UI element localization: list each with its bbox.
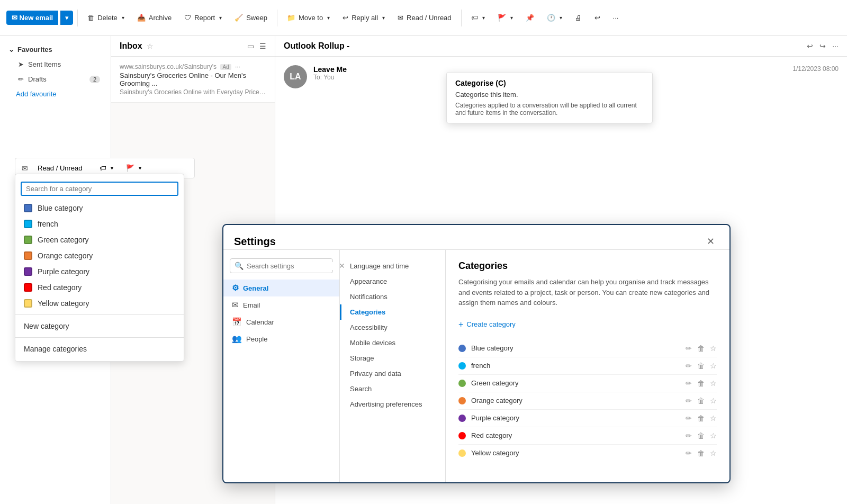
settings-close-button[interactable]: ✕: [702, 233, 719, 249]
sweep-button[interactable]: 🧹 Sweep: [229, 11, 273, 25]
cat-color-dot-2: [458, 380, 466, 387]
read-unread-button[interactable]: ✉ Read / Unread: [392, 11, 457, 25]
history-button[interactable]: 🕐 ▾: [542, 11, 567, 25]
category-item-0[interactable]: Blue category: [15, 200, 184, 216]
category-item-1[interactable]: french: [15, 216, 184, 232]
settings-search-input[interactable]: [247, 262, 336, 270]
category-list: Blue categoryfrenchGreen categoryOrange …: [15, 200, 184, 311]
cat-star-icon-5[interactable]: ☆: [710, 431, 717, 440]
settings-page-desc: Categorising your emails and calendar ca…: [458, 277, 717, 308]
print-button[interactable]: 🖨: [570, 11, 587, 25]
cat-edit-icon-5[interactable]: ✏: [686, 431, 692, 440]
category-item-4[interactable]: Purple category: [15, 264, 184, 280]
reply-all-button[interactable]: ↩ Reply all ▾: [337, 11, 390, 25]
cat-delete-icon-0[interactable]: 🗑: [697, 344, 705, 353]
email-item[interactable]: www.sainsburys.co.uk/Sainsbury's Ad ··· …: [111, 57, 275, 103]
categorise-tooltip: Categorise (C) Categorise this item. Cat…: [446, 72, 653, 123]
main-layout: ⌄ Favourites ➤ Sent Items ✏ Drafts 2 Add…: [0, 36, 847, 504]
report-button[interactable]: 🛡 Report ▾: [179, 11, 227, 25]
settings-left-nav-item-people[interactable]: 👥People: [223, 330, 339, 347]
category-item-2[interactable]: Green category: [15, 232, 184, 248]
reading-pane-title: Outlook Rollup -: [284, 41, 349, 51]
new-category-item[interactable]: New category: [15, 318, 184, 334]
pin-button[interactable]: 📌: [520, 11, 539, 25]
tag-icon: 🏷: [471, 14, 478, 22]
undo-icon: ↩: [594, 14, 600, 22]
cat-name-6: Yellow category: [471, 449, 680, 457]
more-icon-rp[interactable]: ···: [832, 42, 839, 50]
settings-middle-item-privacy-and-data[interactable]: Privacy and data: [340, 366, 445, 381]
new-email-caret[interactable]: ▾: [60, 11, 73, 25]
history-icon: 🕐: [547, 14, 555, 22]
cat-delete-icon-5[interactable]: 🗑: [697, 431, 705, 440]
add-favourite-link[interactable]: Add favourite: [0, 87, 111, 101]
manage-categories-item[interactable]: Manage categories: [15, 341, 184, 357]
cat-delete-icon-1[interactable]: 🗑: [697, 362, 705, 370]
read-unread-toggle[interactable]: Read / Unread: [32, 161, 88, 175]
tag-btn-bar[interactable]: 🏷 ▾: [94, 161, 119, 175]
sidebar-item-drafts[interactable]: ✏ Drafts 2: [2, 72, 109, 86]
settings-middle-item-notifications[interactable]: Notifications: [340, 289, 445, 304]
cat-star-icon-3[interactable]: ☆: [710, 397, 717, 405]
cat-edit-icon-0[interactable]: ✏: [686, 344, 692, 353]
tag-button[interactable]: 🏷 ▾: [466, 11, 490, 25]
cat-delete-icon-3[interactable]: 🗑: [697, 397, 705, 405]
cat-delete-icon-4[interactable]: 🗑: [697, 414, 705, 422]
settings-middle-item-appearance[interactable]: Appearance: [340, 274, 445, 289]
cat-star-icon-1[interactable]: ☆: [710, 362, 717, 370]
category-search-input[interactable]: [26, 185, 173, 193]
inbox-header: Inbox ☆ ▭ ☰: [111, 36, 275, 57]
new-email-button[interactable]: ✉ New email: [6, 11, 58, 25]
create-category-button[interactable]: + Create category: [458, 318, 717, 331]
settings-left-nav-item-calendar[interactable]: 📅Calendar: [223, 313, 339, 330]
cat-star-icon-6[interactable]: ☆: [710, 449, 717, 457]
undo-button[interactable]: ↩: [589, 11, 606, 25]
category-item-3[interactable]: Orange category: [15, 248, 184, 264]
move-to-icon: 📁: [287, 14, 295, 22]
settings-middle-item-storage[interactable]: Storage: [340, 350, 445, 366]
more-options-button[interactable]: ···: [608, 11, 624, 25]
category-item-6[interactable]: Yellow category: [15, 295, 184, 311]
archive-button[interactable]: 📥 Archive: [132, 11, 177, 25]
settings-middle-item-language-and-time[interactable]: Language and time: [340, 258, 445, 274]
settings-left-nav: 🔍 ✕ ⚙General✉Email📅Calendar👥People: [223, 250, 340, 482]
flag-button[interactable]: 🚩 ▾: [492, 11, 518, 25]
settings-title: Settings: [234, 236, 702, 248]
favourites-section[interactable]: ⌄ Favourites: [0, 42, 111, 57]
filter-icon[interactable]: ☰: [259, 42, 266, 50]
sidebar-item-sent[interactable]: ➤ Sent Items: [2, 57, 109, 71]
cat-edit-icon-4[interactable]: ✏: [686, 414, 692, 422]
view-toggle-icon[interactable]: ▭: [247, 42, 254, 50]
reply-icon-rp[interactable]: ↩: [807, 42, 813, 50]
cat-edit-icon-6[interactable]: ✏: [686, 449, 692, 457]
cat-star-icon-4[interactable]: ☆: [710, 414, 717, 422]
forward-icon-rp[interactable]: ↪: [819, 42, 826, 50]
cat-edit-icon-1[interactable]: ✏: [686, 362, 692, 370]
email-to: To: You: [313, 74, 347, 81]
settings-middle-item-categories[interactable]: Categories: [340, 304, 445, 320]
settings-cat-row-2: Green category✏🗑☆: [458, 375, 717, 392]
settings-middle-item-mobile-devices[interactable]: Mobile devices: [340, 335, 445, 350]
cat-star-icon-2[interactable]: ☆: [710, 379, 717, 388]
move-to-button[interactable]: 📁 Move to ▾: [282, 11, 335, 25]
category-item-5[interactable]: Red category: [15, 280, 184, 295]
flag-btn-bar[interactable]: 🚩 ▾: [121, 161, 147, 175]
delete-button[interactable]: 🗑 Delete ▾: [82, 11, 130, 25]
cat-actions-2: ✏🗑☆: [686, 379, 717, 388]
settings-left-nav-item-general[interactable]: ⚙General: [223, 280, 339, 296]
cat-star-icon-0[interactable]: ☆: [710, 344, 717, 353]
ellipsis-icon: ···: [235, 63, 240, 70]
new-category-label: New category: [24, 322, 69, 330]
cat-edit-icon-2[interactable]: ✏: [686, 379, 692, 388]
more-icon: ···: [613, 14, 619, 22]
settings-middle-item-advertising-preferences[interactable]: Advertising preferences: [340, 397, 445, 412]
settings-middle-item-search[interactable]: Search: [340, 381, 445, 397]
settings-left-nav-item-email[interactable]: ✉Email: [223, 296, 339, 313]
settings-middle-nav-items: Language and timeAppearanceNotifications…: [340, 258, 445, 412]
flag-bar-icon: 🚩: [126, 164, 134, 172]
cat-edit-icon-3[interactable]: ✏: [686, 397, 692, 405]
cat-delete-icon-2[interactable]: 🗑: [697, 379, 705, 388]
cat-delete-icon-6[interactable]: 🗑: [697, 449, 705, 457]
settings-middle-item-accessibility[interactable]: Accessibility: [340, 320, 445, 335]
star-icon: ☆: [147, 42, 154, 50]
